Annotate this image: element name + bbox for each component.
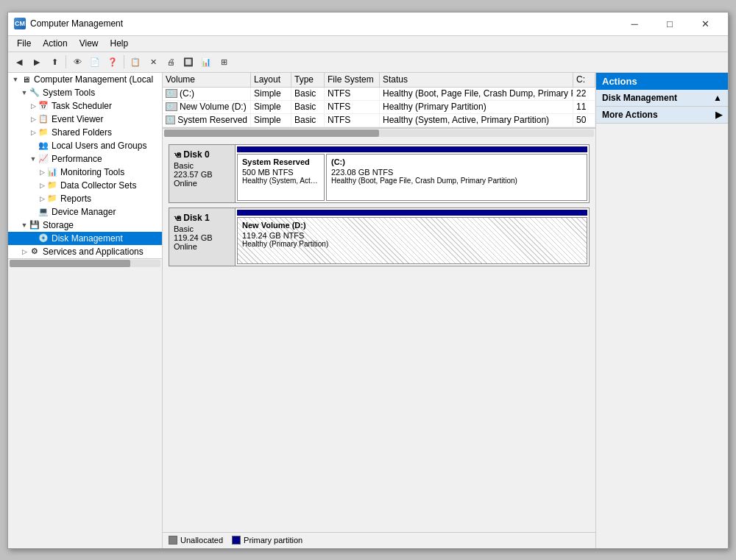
cell-fs-3: NTFS [325,114,380,127]
sidebar-item-data-collector[interactable]: ▷ 📁 Data Collector Sets [8,179,162,192]
expand-icon-8: ▷ [38,168,46,177]
expand-icon-7: ▼ [29,155,38,163]
forward-button[interactable]: ▶ [29,54,45,70]
properties-button[interactable]: 📄 [87,54,103,70]
disk-0-top-bar [237,146,587,152]
actions-disk-mgmt-header[interactable]: Disk Management ▲ [596,90,728,107]
sidebar-item-performance[interactable]: ▼ 📈 Performance [8,152,162,166]
cell-status-3: Healthy (System, Active, Primary Partiti… [380,114,573,127]
cell-fs-1: NTFS [325,88,380,100]
table-scrollbar-area[interactable] [163,128,595,138]
maximize-button[interactable]: □ [653,13,687,34]
expand-icon-14: ▷ [20,247,29,256]
sidebar-label-disk-mgmt: Disk Management [52,233,123,244]
col-type[interactable]: Type [291,73,325,87]
col-capacity[interactable]: C: [573,73,595,87]
toolbar-btn-extra[interactable]: ⊞ [216,54,232,70]
col-filesystem[interactable]: File System [325,73,380,87]
expand-icon-6 [29,141,38,150]
sidebar-label-task-scheduler: Task Scheduler [52,101,112,111]
c-drive-health: Healthy (Boot, Page File, Crash Dump, Pr… [331,177,582,185]
actions-disk-mgmt-arrow: ▲ [713,93,722,103]
expand-icon-9: ▷ [38,181,46,190]
cell-type-1: Basic [291,88,325,100]
disk-1-block: 🖲 Disk 1 Basic 119.24 GB Online New Volu… [169,208,590,266]
disk-0-partitions: System Reserved 500 MB NTFS Healthy (Sys… [236,145,589,202]
disk-0-part-c[interactable]: (C:) 223.08 GB NTFS Healthy (Boot, Page … [326,154,587,201]
sidebar-scroll-track[interactable] [10,260,160,267]
title-bar: CM Computer Management ─ □ ✕ [8,13,728,36]
actions-disk-mgmt-label: Disk Management [602,93,677,103]
sidebar-scrollbar[interactable] [8,258,162,269]
cell-fs-2: NTFS [325,101,380,113]
table-scroll-thumb [164,130,379,137]
data-collector-icon: 📁 [46,180,58,191]
disk-0-part-sysres[interactable]: System Reserved 500 MB NTFS Healthy (Sys… [237,154,325,201]
view-button[interactable]: 🔲 [180,54,197,70]
sidebar-item-device-manager[interactable]: 💻 Device Manager [8,205,162,219]
disk-1-part-d[interactable]: New Volume (D:) 119.24 GB NTFS Healthy (… [237,217,587,264]
print-button[interactable]: 🖨 [163,54,179,70]
menu-view[interactable]: View [74,37,105,50]
close-button[interactable]: ✕ [688,13,722,34]
sidebar-item-storage[interactable]: ▼ 💾 Storage [8,219,162,232]
sidebar-item-disk-mgmt[interactable]: 💿 Disk Management [8,232,162,245]
cell-status-2: Healthy (Primary Partition) [380,101,573,113]
disk-1-partitions: New Volume (D:) 119.24 GB NTFS Healthy (… [236,208,589,266]
content-area: Volume Layout Type File System Status C:… [163,73,595,548]
expand-icon-1: ▼ [11,75,20,84]
storage-icon: 💾 [29,219,40,231]
actions-title: Actions [596,73,728,90]
table-row[interactable]: 💿 New Volume (D:) Simple Basic NTFS Heal… [163,101,595,114]
sidebar-item-local-users[interactable]: 👥 Local Users and Groups [8,139,162,152]
back-button[interactable]: ◀ [11,54,27,70]
chart-button[interactable]: 📊 [198,54,214,70]
help-button[interactable]: ❓ [105,54,121,70]
delete-button[interactable]: ✕ [145,54,161,70]
cell-cap-1: 22 [573,88,595,100]
sidebar-label-reports: Reports [60,194,91,204]
volumes-table-area: Volume Layout Type File System Status C:… [163,73,595,128]
menu-help[interactable]: Help [105,37,135,50]
disk-1-type: Basic [174,224,230,233]
actions-more-header[interactable]: More Actions ▶ [596,107,728,124]
cell-type-3: Basic [291,114,325,127]
performance-icon: 📈 [38,153,49,165]
sidebar-item-computer-mgmt[interactable]: ▼ 🖥 Computer Management (Local [8,73,162,86]
table-row[interactable]: 💿 System Reserved Simple Basic NTFS Heal… [163,114,595,127]
sidebar-item-event-viewer[interactable]: ▷ 📋 Event Viewer [8,113,162,126]
app-icon: CM [14,18,26,29]
sidebar-label-services: Services and Applications [43,247,144,257]
up-button[interactable]: ⬆ [46,54,63,70]
sidebar-item-shared-folders[interactable]: ▷ 📁 Shared Folders [8,126,162,139]
menu-file[interactable]: File [11,37,37,50]
expand-icon-11 [29,208,38,216]
disk-1-info: 🖲 Disk 1 Basic 119.24 GB Online [169,208,236,266]
expand-icon-4: ▷ [29,115,38,124]
sidebar-item-reports[interactable]: ▷ 📁 Reports [8,192,162,205]
col-status[interactable]: Status [380,73,573,87]
sidebar-item-services[interactable]: ▷ ⚙ Services and Applications [8,245,162,258]
menu-bar: File Action View Help [8,36,728,52]
col-volume[interactable]: Volume [163,73,251,87]
sidebar-item-system-tools[interactable]: ▼ 🔧 System Tools [8,86,162,99]
menu-action[interactable]: Action [37,37,73,50]
expand-icon-5: ▷ [29,128,38,137]
sidebar-label-monitoring-tools: Monitoring Tools [60,167,124,177]
actions-panel: Actions Disk Management ▲ More Actions ▶ [595,73,728,548]
main-window: CM Computer Management ─ □ ✕ File Action… [7,12,729,549]
disk-1-name-label: Disk 1 [183,213,209,223]
d-drive-name: New Volume (D:) [242,221,582,230]
sidebar-label-system-tools: System Tools [43,88,95,98]
sidebar-item-task-scheduler[interactable]: ▷ 📅 Task Scheduler [8,99,162,113]
computer-mgmt-icon: 🖥 [20,74,32,85]
table-row[interactable]: 💿 (C:) Simple Basic NTFS Healthy (Boot, … [163,88,595,101]
disk-1-size: 119.24 GB [174,233,230,242]
show-hide-button[interactable]: 👁 [69,54,85,70]
cell-volume-2: 💿 New Volume (D:) [163,101,251,113]
toolbar-btn-3[interactable]: 📋 [127,54,144,70]
sidebar-item-monitoring-tools[interactable]: ▷ 📊 Monitoring Tools [8,166,162,179]
table-scroll-track[interactable] [164,130,594,137]
minimize-button[interactable]: ─ [618,13,651,34]
col-layout[interactable]: Layout [251,73,291,87]
